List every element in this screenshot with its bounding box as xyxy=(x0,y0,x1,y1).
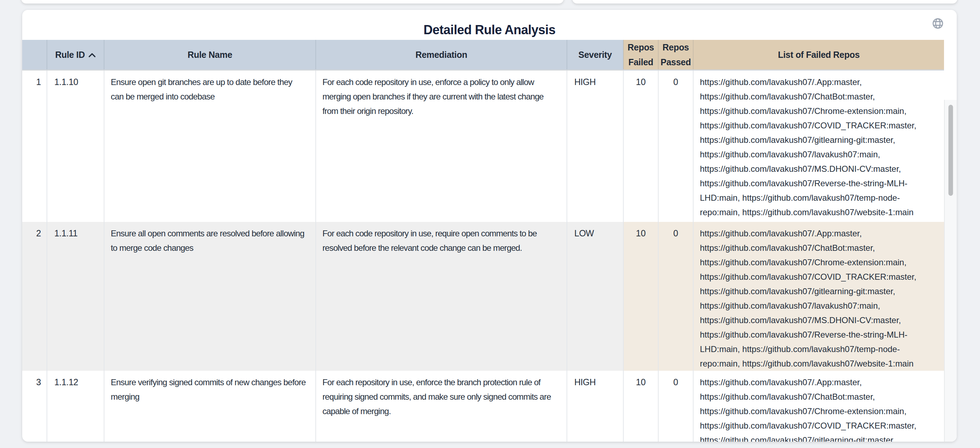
page-title: Detailed Rule Analysis xyxy=(22,22,957,37)
previous-card-left-edge xyxy=(21,0,564,3)
repos-passed-header-line2: Passed xyxy=(659,55,693,70)
column-header-repos-failed[interactable]: Repos Failed xyxy=(624,40,658,70)
rule-id-cell: 1.1.10 xyxy=(47,70,104,222)
table-row: 2 1.1.11 Ensure all open comments are re… xyxy=(22,222,944,371)
column-header-index xyxy=(22,40,47,70)
table-row: 1 1.1.10 Ensure open git branches are up… xyxy=(22,70,944,222)
vertical-scrollbar-thumb[interactable] xyxy=(948,105,953,196)
repos-failed-header-line1: Repos xyxy=(624,40,658,55)
vertical-scrollbar[interactable] xyxy=(944,100,957,442)
column-header-rule-id[interactable]: Rule ID xyxy=(47,40,104,70)
rule-name-cell: Ensure all open comments are resolved be… xyxy=(104,222,316,371)
rule-id-header-label: Rule ID xyxy=(55,50,85,60)
failed-repos-cell: https://github.com/lavakush07/.App:maste… xyxy=(693,371,944,442)
repos-passed-cell: 0 xyxy=(658,222,693,371)
detailed-rule-analysis-card: Detailed Rule Analysis Rule ID Rule Name xyxy=(22,10,957,442)
remediation-cell: For each code repository in use, enforce… xyxy=(316,70,567,222)
repos-failed-cell: 10 xyxy=(624,70,658,222)
rule-name-cell: Ensure verifying signed commits of new c… xyxy=(104,371,316,442)
rule-id-cell: 1.1.12 xyxy=(47,371,104,442)
severity-cell: HIGH xyxy=(567,371,624,442)
previous-card-right-edge xyxy=(572,0,958,3)
repos-failed-header-line2: Failed xyxy=(624,55,658,70)
column-header-severity[interactable]: Severity xyxy=(567,40,624,70)
globe-icon[interactable] xyxy=(932,17,944,30)
severity-cell: HIGH xyxy=(567,70,624,222)
severity-cell: LOW xyxy=(567,222,624,371)
row-index: 3 xyxy=(22,371,47,442)
column-header-remediation[interactable]: Remediation xyxy=(316,40,567,70)
repos-failed-cell: 10 xyxy=(624,222,658,371)
sort-ascending-icon xyxy=(88,52,96,57)
rule-analysis-table: Rule ID Rule Name Remediation Severity R… xyxy=(22,40,957,442)
failed-repos-cell: https://github.com/lavakush07/.App:maste… xyxy=(693,222,944,371)
remediation-cell: For each code repository in use, require… xyxy=(316,222,567,371)
failed-repos-cell: https://github.com/lavakush07/.App:maste… xyxy=(693,70,944,222)
remediation-cell: For each repository in use, enforce the … xyxy=(316,371,567,442)
repos-failed-cell: 10 xyxy=(624,371,658,442)
header-row: Rule ID Rule Name Remediation Severity R… xyxy=(22,40,944,70)
repos-passed-cell: 0 xyxy=(658,371,693,442)
card-header: Detailed Rule Analysis xyxy=(22,10,957,40)
column-header-repos-passed[interactable]: Repos Passed xyxy=(658,40,693,70)
column-header-rule-name[interactable]: Rule Name xyxy=(104,40,316,70)
row-index: 2 xyxy=(22,222,47,371)
repos-passed-cell: 0 xyxy=(658,70,693,222)
repos-passed-header-line1: Repos xyxy=(659,40,693,55)
row-index: 1 xyxy=(22,70,47,222)
table-row: 3 1.1.12 Ensure verifying signed commits… xyxy=(22,371,944,442)
rule-name-cell: Ensure open git branches are up to date … xyxy=(104,70,316,222)
column-header-list-of-failed-repos[interactable]: List of Failed Repos xyxy=(693,40,944,70)
rule-id-cell: 1.1.11 xyxy=(47,222,104,371)
